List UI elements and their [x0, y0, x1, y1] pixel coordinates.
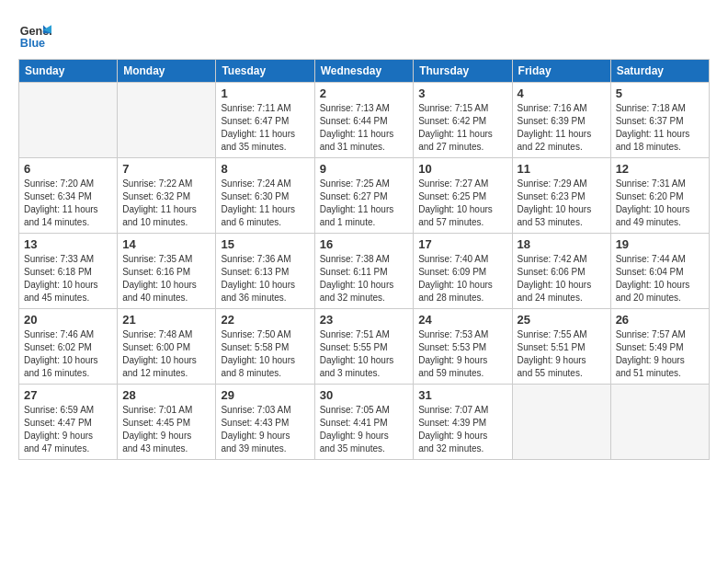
day-info: Sunrise: 7:35 AMSunset: 6:16 PMDaylight:… [122, 253, 210, 304]
day-info: Sunrise: 7:15 AMSunset: 6:42 PMDaylight:… [418, 102, 506, 154]
day-info: Sunrise: 7:57 AMSunset: 5:49 PMDaylight:… [616, 328, 704, 380]
calendar-day: 31Sunrise: 7:07 AMSunset: 4:39 PMDayligh… [414, 385, 512, 460]
day-number: 9 [320, 162, 409, 176]
calendar-day: 8Sunrise: 7:24 AMSunset: 6:30 PMDaylight… [216, 158, 314, 234]
calendar-day [118, 83, 216, 158]
calendar-week-row: 13Sunrise: 7:33 AMSunset: 6:18 PMDayligh… [19, 234, 710, 309]
calendar-day: 11Sunrise: 7:29 AMSunset: 6:23 PMDayligh… [512, 158, 610, 234]
day-info: Sunrise: 7:20 AMSunset: 6:34 PMDaylight:… [24, 178, 112, 229]
day-info: Sunrise: 7:29 AMSunset: 6:23 PMDaylight:… [518, 178, 606, 229]
day-number: 2 [320, 86, 409, 100]
day-info: Sunrise: 7:07 AMSunset: 4:39 PMDaylight:… [418, 404, 506, 455]
day-info: Sunrise: 7:44 AMSunset: 6:04 PMDaylight:… [616, 253, 704, 304]
day-info: Sunrise: 7:18 AMSunset: 6:37 PMDaylight:… [616, 102, 704, 154]
day-number: 6 [24, 162, 112, 176]
calendar-day [512, 385, 610, 460]
calendar-day: 22Sunrise: 7:50 AMSunset: 5:58 PMDayligh… [216, 309, 314, 385]
calendar-day: 6Sunrise: 7:20 AMSunset: 6:34 PMDaylight… [19, 158, 118, 234]
weekday-header: Saturday [610, 60, 709, 83]
calendar-day: 23Sunrise: 7:51 AMSunset: 5:55 PMDayligh… [314, 309, 414, 385]
day-number: 18 [518, 237, 606, 251]
day-info: Sunrise: 6:59 AMSunset: 4:47 PMDaylight:… [24, 404, 112, 455]
calendar-day: 12Sunrise: 7:31 AMSunset: 6:20 PMDayligh… [610, 158, 709, 234]
day-info: Sunrise: 7:48 AMSunset: 6:00 PMDaylight:… [122, 328, 210, 380]
day-info: Sunrise: 7:53 AMSunset: 5:53 PMDaylight:… [418, 328, 506, 380]
day-info: Sunrise: 7:51 AMSunset: 5:55 PMDaylight:… [320, 328, 409, 380]
calendar-day: 20Sunrise: 7:46 AMSunset: 6:02 PMDayligh… [19, 309, 118, 385]
calendar-table: SundayMondayTuesdayWednesdayThursdayFrid… [18, 59, 710, 460]
day-info: Sunrise: 7:36 AMSunset: 6:13 PMDaylight:… [221, 253, 309, 304]
day-info: Sunrise: 7:40 AMSunset: 6:09 PMDaylight:… [418, 253, 506, 304]
day-number: 3 [418, 86, 506, 100]
svg-text:Blue: Blue [20, 37, 45, 50]
day-number: 23 [320, 313, 409, 327]
day-info: Sunrise: 7:55 AMSunset: 5:51 PMDaylight:… [518, 328, 606, 380]
calendar-day: 18Sunrise: 7:42 AMSunset: 6:06 PMDayligh… [512, 234, 610, 309]
calendar-day: 29Sunrise: 7:03 AMSunset: 4:43 PMDayligh… [216, 385, 314, 460]
calendar-day: 2Sunrise: 7:13 AMSunset: 6:44 PMDaylight… [314, 83, 414, 158]
day-info: Sunrise: 7:46 AMSunset: 6:02 PMDaylight:… [24, 328, 112, 380]
day-number: 13 [24, 237, 112, 251]
calendar-day: 21Sunrise: 7:48 AMSunset: 6:00 PMDayligh… [118, 309, 216, 385]
weekday-header: Monday [118, 60, 216, 83]
day-number: 17 [418, 237, 506, 251]
day-number: 5 [616, 86, 704, 100]
day-number: 27 [24, 388, 112, 402]
day-number: 10 [418, 162, 506, 176]
day-number: 14 [122, 237, 210, 251]
calendar-day: 14Sunrise: 7:35 AMSunset: 6:16 PMDayligh… [118, 234, 216, 309]
day-info: Sunrise: 7:11 AMSunset: 6:47 PMDaylight:… [221, 102, 309, 154]
day-number: 31 [418, 388, 506, 402]
calendar-day: 7Sunrise: 7:22 AMSunset: 6:32 PMDaylight… [118, 158, 216, 234]
day-info: Sunrise: 7:03 AMSunset: 4:43 PMDaylight:… [221, 404, 309, 455]
day-info: Sunrise: 7:50 AMSunset: 5:58 PMDaylight:… [221, 328, 309, 380]
day-number: 26 [616, 313, 704, 327]
calendar-week-row: 1Sunrise: 7:11 AMSunset: 6:47 PMDaylight… [19, 83, 710, 158]
logo: General Blue [18, 18, 51, 52]
calendar-day: 27Sunrise: 6:59 AMSunset: 4:47 PMDayligh… [19, 385, 118, 460]
day-info: Sunrise: 7:33 AMSunset: 6:18 PMDaylight:… [24, 253, 112, 304]
calendar-day: 4Sunrise: 7:16 AMSunset: 6:39 PMDaylight… [512, 83, 610, 158]
day-info: Sunrise: 7:38 AMSunset: 6:11 PMDaylight:… [320, 253, 409, 304]
calendar-day: 24Sunrise: 7:53 AMSunset: 5:53 PMDayligh… [414, 309, 512, 385]
day-info: Sunrise: 7:24 AMSunset: 6:30 PMDaylight:… [221, 178, 309, 229]
day-number: 25 [518, 313, 606, 327]
logo-icon: General Blue [18, 18, 51, 52]
calendar-week-row: 20Sunrise: 7:46 AMSunset: 6:02 PMDayligh… [19, 309, 710, 385]
page-header: General Blue [18, 18, 710, 52]
calendar-day: 9Sunrise: 7:25 AMSunset: 6:27 PMDaylight… [314, 158, 414, 234]
day-number: 16 [320, 237, 409, 251]
day-info: Sunrise: 7:05 AMSunset: 4:41 PMDaylight:… [320, 404, 409, 455]
day-number: 8 [221, 162, 309, 176]
calendar-day: 30Sunrise: 7:05 AMSunset: 4:41 PMDayligh… [314, 385, 414, 460]
day-number: 22 [221, 313, 309, 327]
calendar-day: 16Sunrise: 7:38 AMSunset: 6:11 PMDayligh… [314, 234, 414, 309]
calendar-day: 15Sunrise: 7:36 AMSunset: 6:13 PMDayligh… [216, 234, 314, 309]
day-info: Sunrise: 7:42 AMSunset: 6:06 PMDaylight:… [518, 253, 606, 304]
calendar-day: 28Sunrise: 7:01 AMSunset: 4:45 PMDayligh… [118, 385, 216, 460]
weekday-header: Wednesday [314, 60, 414, 83]
day-number: 4 [518, 86, 606, 100]
day-info: Sunrise: 7:16 AMSunset: 6:39 PMDaylight:… [518, 102, 606, 154]
day-number: 29 [221, 388, 309, 402]
calendar-week-row: 6Sunrise: 7:20 AMSunset: 6:34 PMDaylight… [19, 158, 710, 234]
day-number: 20 [24, 313, 112, 327]
day-number: 15 [221, 237, 309, 251]
day-number: 30 [320, 388, 409, 402]
day-number: 24 [418, 313, 506, 327]
calendar-week-row: 27Sunrise: 6:59 AMSunset: 4:47 PMDayligh… [19, 385, 710, 460]
day-number: 7 [122, 162, 210, 176]
weekday-header-row: SundayMondayTuesdayWednesdayThursdayFrid… [19, 60, 710, 83]
weekday-header: Sunday [19, 60, 118, 83]
calendar-day: 10Sunrise: 7:27 AMSunset: 6:25 PMDayligh… [414, 158, 512, 234]
day-number: 12 [616, 162, 704, 176]
day-number: 28 [122, 388, 210, 402]
day-info: Sunrise: 7:27 AMSunset: 6:25 PMDaylight:… [418, 178, 506, 229]
weekday-header: Tuesday [216, 60, 314, 83]
calendar-day [610, 385, 709, 460]
weekday-header: Thursday [414, 60, 512, 83]
day-info: Sunrise: 7:13 AMSunset: 6:44 PMDaylight:… [320, 102, 409, 154]
day-number: 19 [616, 237, 704, 251]
weekday-header: Friday [512, 60, 610, 83]
day-info: Sunrise: 7:31 AMSunset: 6:20 PMDaylight:… [616, 178, 704, 229]
